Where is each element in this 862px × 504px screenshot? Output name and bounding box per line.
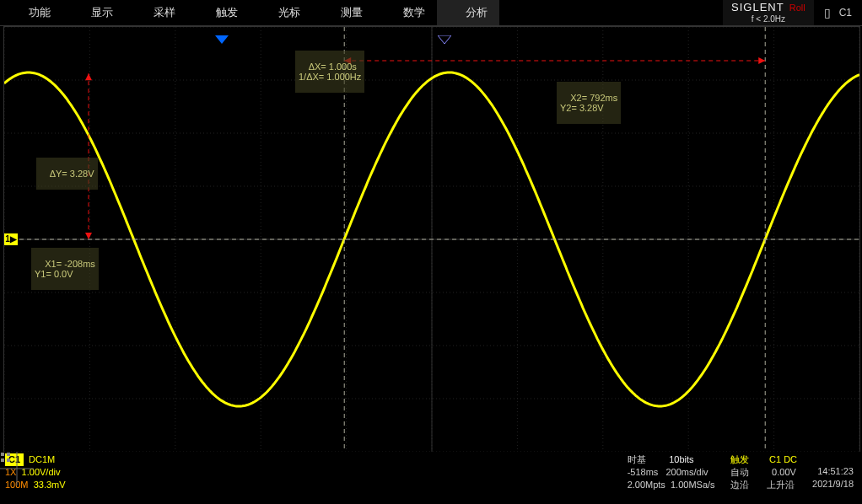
svg-rect-40 [7,453,10,456]
cursor-x2-label: X2= 792msY2= 3.28V [557,82,621,124]
clock-time: 14:51:23 [812,465,854,478]
svg-marker-38 [859,233,860,245]
channel-offset: 33.3mV [34,480,66,490]
svg-marker-35 [85,233,92,239]
svg-rect-41 [1,458,4,462]
svg-marker-37 [438,35,451,44]
time-per-div: 200ms/div [665,467,708,477]
trigger-source: C1 DC [769,454,797,464]
trigger-level: 0.00V [772,467,796,477]
cursor-x1-label: X1= -208msY1= 0.0V [31,248,99,290]
timebase-title: 时基 [628,454,646,464]
svg-rect-42 [7,458,10,462]
grid-icon [0,452,12,464]
svg-rect-39 [1,453,4,456]
bottom-bar: C1DC1M 1X 1.00V/div 100M 33.3mV 时基 10bit… [0,452,862,504]
menu-analyze[interactable]: 分析 [437,0,499,25]
adc-res: 10bits [669,454,693,464]
timebase-panel[interactable]: 时基 10bits -518ms 200ms/div 2.00Mpts 1.00… [628,453,715,491]
waveform-display[interactable]: 1▶ ΔX= 1.000s1/ΔX= 1.000Hz X2= 792msY2= … [3,26,860,453]
svg-marker-32 [758,57,765,64]
delta-x-label: ΔX= 1.000s1/ΔX= 1.000Hz [295,51,364,93]
trigger-mode: 自动 [730,467,749,477]
waveform-svg [4,27,859,452]
trigger-edge: 上升沿 [767,480,795,490]
magnify-icon [449,7,461,19]
time-position: -518ms [628,467,659,477]
clock-panel: 14:51:23 2021/9/18 [812,453,854,491]
clock-date: 2021/9/18 [812,478,854,491]
channel-ground-marker[interactable]: 1▶ [4,233,18,245]
memory-depth: 2.00Mpts [628,480,665,490]
svg-marker-36 [215,35,229,44]
svg-marker-34 [85,73,92,80]
trigger-panel[interactable]: 触发 C1 DC 自动 0.00V 边沿 上升沿 [730,453,797,491]
sample-rate: 1.00MSa/s [671,480,715,490]
delta-y-label: ΔY= 3.28V [36,158,98,190]
trigger-type: 边沿 [730,480,749,490]
trigger-title: 触发 [730,454,749,464]
